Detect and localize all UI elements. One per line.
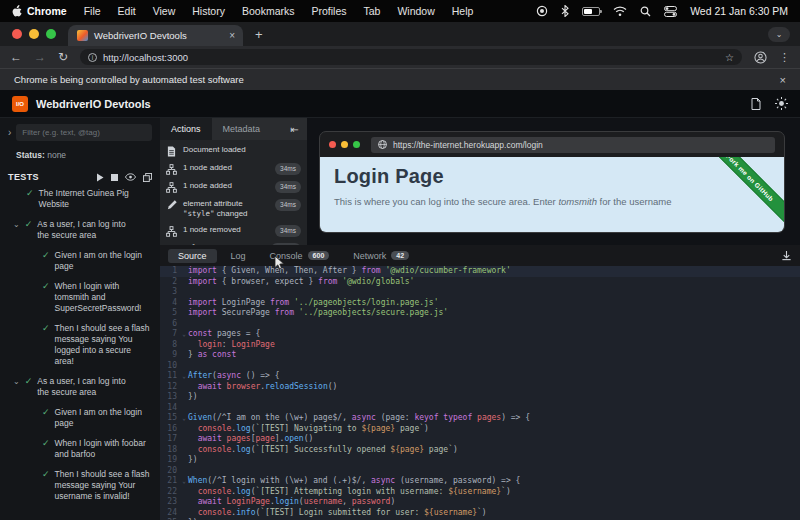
theme-toggle-sun-icon[interactable] (775, 97, 788, 110)
watch-eye-icon[interactable] (125, 173, 136, 181)
new-tab-button[interactable]: + (255, 27, 263, 42)
code-line: 17 await pages[page].open() (160, 434, 800, 445)
macos-menu-bar: ChromeFileEditViewHistoryBookmarksProfil… (0, 0, 800, 22)
action-label: 1 node added (183, 163, 269, 173)
test-step[interactable]: ✓Given I am on the login page (8, 250, 152, 272)
chevron-down-icon[interactable]: ⌄ (13, 376, 20, 398)
control-center-icon[interactable] (664, 6, 677, 17)
browser-tab[interactable]: WebdriverIO Devtools × (68, 25, 243, 46)
action-item[interactable]: Document loaded (164, 142, 303, 160)
duration-badge: 34ms (275, 181, 301, 193)
action-item[interactable]: 1 node removed34ms (164, 222, 303, 240)
fold-icon[interactable]: ⌄ (180, 413, 188, 424)
download-icon[interactable] (781, 250, 792, 261)
line-number: 10 (160, 361, 180, 372)
collapse-panel-icon[interactable]: ⇤ (291, 124, 299, 135)
check-icon: ✓ (42, 469, 50, 502)
test-step[interactable]: ✓Then I should see a flash message sayin… (8, 323, 152, 367)
menu-edit[interactable]: Edit (118, 5, 136, 17)
address-bar[interactable]: i http://localhost:3000 ☆ (80, 49, 742, 65)
code-line: 16 console.log(`[TEST] Navigating to ${p… (160, 424, 800, 435)
test-suite[interactable]: ✓The Internet Guinea Pig Website (8, 188, 152, 210)
line-number: 13 (160, 392, 180, 403)
menu-window[interactable]: Window (397, 5, 434, 17)
code-line: 22 console.log(`[TEST] Attempting login … (160, 487, 800, 498)
test-step[interactable]: ✓When I login with tomsmith and SuperSec… (8, 281, 152, 314)
fold-icon[interactable]: ⌄ (180, 371, 188, 382)
back-icon[interactable]: ← (10, 51, 22, 63)
report-file-icon[interactable] (751, 98, 761, 110)
menu-bookmarks[interactable]: Bookmarks (242, 5, 295, 17)
close-window-button[interactable] (12, 29, 22, 39)
action-item[interactable]: 1 node added34ms (164, 160, 303, 178)
fold-icon[interactable]: ⌄ (180, 329, 188, 340)
tab-log[interactable]: Log (221, 249, 256, 263)
fold-icon[interactable]: ⌄ (180, 476, 188, 487)
code-line: 6 (160, 319, 800, 330)
test-step[interactable]: ✓When I login with foobar and barfoo (8, 438, 152, 460)
source-code-editor[interactable]: 1import { Given, When, Then, After } fro… (160, 266, 800, 520)
chevron-down-icon[interactable]: ⌄ (13, 219, 20, 241)
globe-icon (378, 140, 387, 149)
line-number: 20 (160, 466, 180, 477)
count-badge: 600 (308, 251, 330, 260)
action-item[interactable]: element attribute "style" changed34ms (164, 196, 303, 222)
tab-source[interactable]: Source (168, 249, 217, 263)
node-tree-icon (166, 181, 177, 193)
run-tests-icon[interactable] (96, 173, 104, 182)
site-info-icon[interactable]: i (88, 53, 97, 62)
action-item[interactable]: 1 node added34ms (164, 178, 303, 196)
line-number: 11 (160, 371, 180, 382)
preview-close-dot (329, 141, 336, 148)
tab-network[interactable]: Network42 (343, 249, 419, 263)
line-number: 15 (160, 413, 180, 424)
filter-input[interactable] (16, 124, 152, 141)
preview-page: Login Page This is where you can log int… (320, 157, 784, 233)
tab-favicon (77, 30, 88, 41)
test-step[interactable]: ✓Then I should see a flash message sayin… (8, 469, 152, 502)
menu-chrome[interactable]: Chrome (27, 5, 67, 17)
spotlight-search-icon[interactable] (640, 6, 651, 17)
document-icon (166, 145, 177, 157)
apple-icon[interactable] (12, 5, 23, 18)
copy-icon[interactable] (143, 173, 152, 182)
menu-view[interactable]: View (153, 5, 176, 17)
code-line: 18 console.log(`[TEST] Successfully open… (160, 445, 800, 456)
minimize-window-button[interactable] (29, 29, 39, 39)
menu-bar-clock[interactable]: Wed 21 Jan 6:30 PM (690, 5, 788, 17)
tests-heading: TESTS (8, 172, 39, 182)
test-scenario[interactable]: ⌄✓As a user, I can log into the secure a… (8, 376, 152, 398)
chrome-menu-icon[interactable]: ⋮ (779, 51, 790, 64)
reload-icon[interactable]: ↻ (58, 51, 68, 63)
infobar-close-icon[interactable]: × (780, 74, 786, 86)
wifi-icon[interactable] (613, 6, 627, 17)
profile-icon[interactable] (754, 51, 767, 64)
test-scenario[interactable]: ⌄✓As a user, I can log into the secure a… (8, 219, 152, 241)
menu-file[interactable]: File (84, 5, 101, 17)
screen-record-icon[interactable] (536, 5, 548, 17)
tab-metadata[interactable]: Metadata (212, 118, 272, 140)
menu-profiles[interactable]: Profiles (311, 5, 346, 17)
check-icon: ✓ (42, 250, 50, 272)
stop-tests-icon[interactable] (111, 174, 118, 181)
code-line: 19}) (160, 455, 800, 466)
tab-close-icon[interactable]: × (229, 30, 235, 41)
line-number: 6 (160, 319, 180, 330)
zoom-window-button[interactable] (46, 29, 56, 39)
forward-icon[interactable]: → (34, 51, 46, 63)
menu-tab[interactable]: Tab (363, 5, 380, 17)
bookmark-star-icon[interactable]: ☆ (725, 52, 734, 63)
menu-history[interactable]: History (192, 5, 225, 17)
menu-help[interactable]: Help (452, 5, 474, 17)
test-step[interactable]: ✓Given I am on the login page (8, 407, 152, 429)
bluetooth-icon[interactable] (561, 5, 569, 17)
actions-panel: Actions Metadata ⇤ Document loaded1 node… (160, 118, 307, 245)
count-badge: 42 (391, 251, 409, 260)
sidebar-collapse-icon[interactable]: › (8, 127, 11, 138)
line-number: 3 (160, 287, 180, 298)
tab-console[interactable]: Console600 (260, 249, 340, 263)
duration-badge: 34ms (275, 225, 301, 237)
tab-actions[interactable]: Actions (160, 118, 212, 140)
check-icon: ✓ (25, 219, 33, 241)
tab-search-button[interactable]: ⌄ (768, 27, 790, 42)
